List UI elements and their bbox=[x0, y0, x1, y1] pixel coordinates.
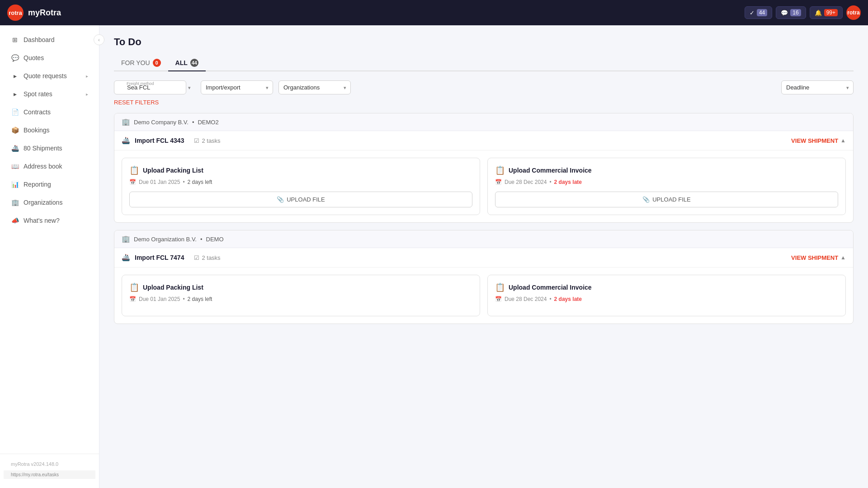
task-card-header-2: 📋 Upload Commercial Invoice bbox=[495, 165, 838, 175]
upload-button-commercial-invoice-1[interactable]: 📎 UPLOAD FILE bbox=[495, 192, 838, 207]
organizations-select[interactable]: Organizations bbox=[278, 80, 351, 94]
task-count-icon-1: ☑ bbox=[194, 137, 199, 144]
org-name-1: Demo Company B.V. bbox=[134, 119, 189, 126]
notifications-count: 99+ bbox=[824, 9, 838, 16]
filters-row: 🚢 Sea FCL Sea LCL Air Road Freight metho… bbox=[114, 80, 854, 94]
sidebar-item-shipments[interactable]: 🚢 80 Shipments bbox=[4, 140, 95, 157]
import-export-select[interactable]: Import/export Import Export bbox=[201, 80, 273, 94]
task-card-header-4: 📋 Upload Commercial Invoice bbox=[495, 282, 838, 292]
due-status-3: 2 days left bbox=[188, 296, 212, 302]
sort-select[interactable]: Deadline Name Status bbox=[781, 80, 854, 94]
bookings-icon: 📦 bbox=[11, 126, 19, 134]
organizations-wrapper: Organizations bbox=[278, 80, 351, 94]
commercial-invoice-icon-1: 📋 bbox=[495, 165, 505, 175]
due-label-2: Due 28 Dec 2024 bbox=[505, 179, 547, 185]
sidebar-item-contracts[interactable]: 📄 Contracts bbox=[4, 103, 95, 121]
reporting-icon: 📊 bbox=[11, 180, 19, 188]
contracts-icon: 📄 bbox=[11, 108, 19, 116]
messages-badge[interactable]: 💬 16 bbox=[776, 6, 806, 19]
task-title-1: Upload Packing List bbox=[143, 167, 203, 174]
spot-rates-icon: ▸ bbox=[11, 90, 19, 98]
notifications-badge[interactable]: 🔔 99+ bbox=[810, 6, 843, 19]
sidebar-item-label: Quote requests bbox=[24, 72, 67, 80]
task-due-3: 📅 Due 01 Jan 2025 • 2 days left bbox=[129, 296, 472, 302]
due-separator-2: • bbox=[549, 179, 551, 185]
sidebar-item-quotes[interactable]: 💬 Quotes bbox=[4, 49, 95, 66]
task-count-2: ☑ 2 tasks bbox=[194, 254, 220, 261]
calendar-icon-2: 📅 bbox=[495, 179, 502, 185]
sidebar-item-address-book[interactable]: 📖 Address book bbox=[4, 158, 95, 175]
view-shipment-button-2[interactable]: VIEW SHIPMENT ▲ bbox=[791, 254, 846, 261]
address-book-icon: 📖 bbox=[11, 162, 19, 170]
upload-icon-2: 📎 bbox=[642, 196, 650, 203]
sidebar-item-label: Quotes bbox=[24, 54, 44, 61]
notifications-icon: 🔔 bbox=[815, 9, 822, 16]
tasks-icon: ✓ bbox=[750, 9, 755, 16]
task-due-1: 📅 Due 01 Jan 2025 • 2 days left bbox=[129, 179, 472, 185]
sidebar-item-label: Organizations bbox=[24, 199, 62, 206]
top-navigation: rotra myRotra ✓ 44 💬 16 🔔 99+ rotra bbox=[0, 0, 868, 25]
task-card-commercial-invoice-1: 📋 Upload Commercial Invoice 📅 Due 28 Dec… bbox=[487, 158, 846, 215]
upload-button-packing-list-1[interactable]: 📎 UPLOAD FILE bbox=[129, 192, 472, 207]
tasks-count: 44 bbox=[757, 9, 767, 16]
topnav-left: rotra myRotra bbox=[7, 5, 61, 21]
task-cards-1: 📋 Upload Packing List 📅 Due 01 Jan 2025 … bbox=[114, 150, 853, 222]
sidebar-item-organizations[interactable]: 🏢 Organizations bbox=[4, 194, 95, 211]
reset-filters-button[interactable]: RESET FILTERS bbox=[114, 99, 159, 106]
task-due-4: 📅 Due 28 Dec 2024 • 2 days late bbox=[495, 296, 838, 302]
tabs: FOR YOU 0 ALL 44 bbox=[114, 55, 854, 71]
sidebar-collapse-button[interactable]: ‹ bbox=[94, 34, 104, 45]
quote-requests-icon: ▸ bbox=[11, 72, 19, 80]
sidebar-bottom: myRotra v2024.148.0 https://my.rotra.eu/… bbox=[0, 454, 99, 483]
shipment-row-1: 🚢 Import FCL 4343 ☑ 2 tasks VIEW SHIPMEN… bbox=[114, 131, 853, 150]
sidebar-item-bookings[interactable]: 📦 Bookings bbox=[4, 122, 95, 139]
packing-list-icon-1: 📋 bbox=[129, 165, 139, 175]
expand-arrow-icon: ▸ bbox=[86, 74, 88, 79]
tab-all[interactable]: ALL 44 bbox=[168, 55, 206, 71]
org-code-2: DEMO bbox=[206, 236, 224, 243]
expand-arrow-icon: ▸ bbox=[86, 92, 88, 97]
due-separator-1: • bbox=[183, 179, 184, 185]
task-title-2: Upload Commercial Invoice bbox=[509, 167, 592, 174]
org-separator-1: • bbox=[192, 119, 194, 126]
shipment-name-1: Import FCL 4343 bbox=[135, 137, 184, 144]
sidebar-item-label: Address book bbox=[24, 163, 62, 170]
sidebar-item-quote-requests[interactable]: ▸ Quote requests ▸ bbox=[4, 67, 95, 84]
messages-count: 16 bbox=[790, 9, 801, 16]
tasks-badge[interactable]: ✓ 44 bbox=[745, 6, 772, 19]
sidebar-item-whats-new[interactable]: 📣 What's new? bbox=[4, 212, 95, 229]
import-export-wrapper: Import/export Import Export bbox=[201, 80, 273, 94]
tab-for-you[interactable]: FOR YOU 0 bbox=[114, 55, 168, 71]
quotes-icon: 💬 bbox=[11, 54, 19, 62]
tab-for-you-badge: 0 bbox=[153, 59, 161, 67]
sidebar-item-dashboard[interactable]: ⊞ Dashboard bbox=[4, 31, 95, 48]
sidebar-item-reporting[interactable]: 📊 Reporting bbox=[4, 176, 95, 193]
app-title: myRotra bbox=[28, 8, 61, 18]
avatar[interactable]: rotra bbox=[846, 5, 861, 20]
section-2: 🏢 Demo Organization B.V. • DEMO 🚢 Import… bbox=[114, 230, 854, 324]
collapse-arrow-1[interactable]: ▲ bbox=[840, 137, 846, 144]
shipments-icon: 🚢 bbox=[11, 144, 19, 152]
tab-for-you-label: FOR YOU bbox=[121, 59, 150, 66]
logo[interactable]: rotra bbox=[7, 5, 24, 21]
main-content: To Do FOR YOU 0 ALL 44 🚢 Sea FCL Sea LCL… bbox=[99, 25, 868, 488]
due-status-2: 2 days late bbox=[554, 179, 582, 185]
sidebar-item-label: Dashboard bbox=[24, 36, 55, 43]
collapse-arrow-2[interactable]: ▲ bbox=[840, 254, 846, 261]
freight-method-select[interactable]: Sea FCL Sea LCL Air Road bbox=[114, 80, 186, 94]
shipment-name-2: Import FCL 7474 bbox=[135, 254, 184, 261]
sidebar-item-label: Reporting bbox=[24, 181, 51, 188]
freight-method-wrapper: 🚢 Sea FCL Sea LCL Air Road Freight metho… bbox=[114, 80, 195, 94]
sort-wrapper: Sort Deadline Name Status bbox=[781, 80, 854, 94]
due-label-4: Due 28 Dec 2024 bbox=[505, 296, 547, 302]
calendar-icon-3: 📅 bbox=[129, 296, 136, 302]
sidebar-item-label: Contracts bbox=[24, 108, 51, 116]
view-shipment-button-1[interactable]: VIEW SHIPMENT ▲ bbox=[791, 137, 846, 144]
version-label: myRotra v2024.148.0 bbox=[4, 458, 95, 470]
dashboard-icon: ⊞ bbox=[11, 36, 19, 44]
task-count-1: ☑ 2 tasks bbox=[194, 137, 220, 144]
url-bar: https://my.rotra.eu/tasks bbox=[4, 470, 95, 479]
sidebar-item-spot-rates[interactable]: ▸ Spot rates ▸ bbox=[4, 85, 95, 103]
due-status-4: 2 days late bbox=[554, 296, 582, 302]
task-due-2: 📅 Due 28 Dec 2024 • 2 days late bbox=[495, 179, 838, 185]
